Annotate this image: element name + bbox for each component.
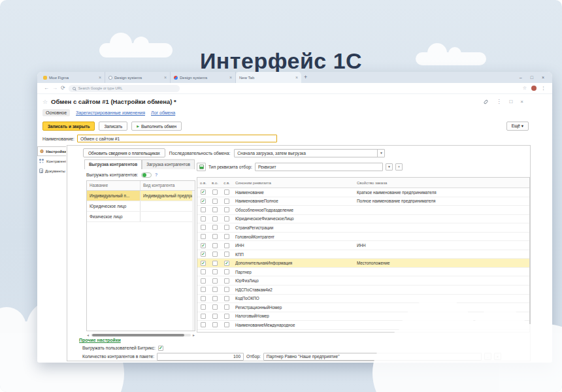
checkbox[interactable] bbox=[224, 225, 229, 230]
checkbox[interactable] bbox=[224, 199, 229, 204]
sidebar-item-settings[interactable]: ⚙Настройки bbox=[37, 146, 66, 156]
checkbox[interactable] bbox=[224, 216, 229, 221]
package-count-input[interactable]: 100 bbox=[157, 353, 244, 361]
app-menu-icon[interactable]: ⋮ bbox=[496, 99, 501, 105]
chevron-down-icon[interactable]: ▼ bbox=[377, 150, 384, 157]
checkbox[interactable] bbox=[212, 216, 218, 221]
bitrix-users-checkbox[interactable] bbox=[158, 346, 163, 351]
forward-icon[interactable]: → bbox=[52, 86, 58, 91]
checkbox[interactable] bbox=[201, 322, 206, 327]
name-field[interactable]: Обмен с сайтом #1 bbox=[77, 135, 277, 142]
sidebar-item-documents[interactable]: Документы bbox=[37, 166, 66, 176]
browser-tab[interactable]: Design systems× bbox=[105, 72, 171, 83]
checkbox[interactable] bbox=[212, 314, 218, 319]
checkbox[interactable] bbox=[201, 314, 206, 319]
tab-close-icon[interactable]: × bbox=[295, 75, 298, 80]
minimize-button[interactable]: – bbox=[520, 75, 522, 80]
checkbox[interactable] bbox=[212, 252, 218, 257]
refresh-icon[interactable]: ⟳ bbox=[61, 86, 65, 91]
browser-tab[interactable]: New Tab× bbox=[236, 72, 301, 83]
other-settings-link[interactable]: Прочие настройки bbox=[79, 338, 121, 342]
table-row[interactable]: ДополнительнаяИнформацияМестоположение bbox=[197, 259, 529, 268]
column-header-sv[interactable]: с.в. bbox=[221, 181, 233, 185]
table-row[interactable]: КПП bbox=[197, 250, 529, 259]
checkbox[interactable] bbox=[224, 252, 229, 257]
link-exchange-log[interactable]: Лог обмена bbox=[151, 110, 175, 115]
table-row[interactable]: Физическое лицо bbox=[87, 212, 195, 222]
checkbox[interactable] bbox=[201, 207, 206, 212]
app-close-icon[interactable]: × bbox=[520, 99, 523, 105]
checkbox[interactable] bbox=[201, 261, 206, 266]
help-link[interactable]: ? bbox=[155, 172, 157, 177]
table-row[interactable]: НаименованиеКраткое наименование предпри… bbox=[197, 188, 529, 197]
tab-main[interactable]: Основное bbox=[42, 109, 70, 116]
checkbox[interactable] bbox=[201, 296, 206, 301]
bookmark-star-icon[interactable]: ☆ bbox=[523, 86, 527, 91]
column-header-order-prop[interactable]: Свойство заказа bbox=[354, 181, 529, 185]
checkbox[interactable] bbox=[224, 269, 229, 274]
checkbox[interactable] bbox=[212, 199, 218, 204]
checkbox[interactable] bbox=[201, 252, 206, 257]
checkbox[interactable] bbox=[201, 287, 206, 292]
checkbox[interactable] bbox=[212, 189, 218, 195]
checkbox[interactable] bbox=[224, 243, 229, 248]
sidebar-item-counterparties[interactable]: Контрагенты bbox=[37, 156, 66, 166]
checkbox[interactable] bbox=[224, 189, 229, 195]
checkbox[interactable] bbox=[201, 199, 206, 204]
checkbox[interactable] bbox=[224, 278, 229, 284]
avatar[interactable] bbox=[531, 86, 537, 91]
horizontal-scrollbar[interactable]: ◄ ► bbox=[86, 333, 195, 337]
checkbox[interactable] bbox=[224, 261, 229, 266]
checkbox[interactable] bbox=[201, 278, 206, 284]
table-row[interactable]: Юридическое лицо bbox=[87, 201, 195, 212]
checkbox[interactable] bbox=[224, 296, 229, 301]
scrollbar-thumb[interactable] bbox=[92, 334, 184, 336]
browser-menu-icon[interactable]: ⋮ bbox=[541, 86, 546, 91]
checkbox[interactable] bbox=[212, 278, 218, 284]
checkbox[interactable] bbox=[224, 287, 229, 292]
tab-close-icon[interactable]: × bbox=[164, 75, 167, 80]
table-row[interactable]: РегистрационныйНомер bbox=[197, 303, 529, 312]
checkbox[interactable] bbox=[224, 207, 229, 212]
checkbox[interactable] bbox=[212, 225, 218, 230]
checkbox[interactable] bbox=[201, 234, 206, 239]
table-row[interactable]: НДСПоСтавкам4и2 bbox=[197, 286, 529, 295]
vertical-scrollbar[interactable] bbox=[192, 191, 195, 331]
browser-tab[interactable]: Мои Figma× bbox=[40, 72, 105, 83]
link-icon[interactable] bbox=[484, 99, 489, 105]
checkbox[interactable] bbox=[224, 322, 229, 327]
tab-close-icon[interactable]: × bbox=[229, 75, 232, 80]
checkbox[interactable] bbox=[212, 243, 218, 248]
table-row[interactable]: КодПоОКПО bbox=[197, 295, 529, 304]
save-button[interactable]: Записать bbox=[99, 122, 127, 131]
tab-unload-counterparties[interactable]: Выгрузка контрагентов bbox=[84, 159, 142, 169]
column-header-synonym[interactable]: Синоним реквизита bbox=[233, 181, 354, 185]
sequence-select[interactable]: Сначала загрузка, затем выгрузка ▼ bbox=[234, 149, 385, 157]
table-row[interactable]: СтранаРегистрации bbox=[197, 223, 529, 233]
column-header-ov[interactable]: о.в. bbox=[197, 181, 209, 185]
app-maximize-icon[interactable]: □ bbox=[509, 99, 512, 105]
column-header-name[interactable]: Название bbox=[87, 181, 140, 190]
checkbox[interactable] bbox=[201, 243, 206, 248]
checkbox[interactable] bbox=[201, 216, 206, 221]
filter-clear-icon[interactable]: × bbox=[395, 163, 403, 171]
checkbox[interactable] bbox=[212, 261, 218, 266]
search-input[interactable]: Search Google or type URL bbox=[69, 85, 180, 92]
checkbox[interactable] bbox=[201, 269, 206, 274]
save-and-close-button[interactable]: Записать и закрыть bbox=[42, 122, 95, 131]
checkbox[interactable] bbox=[224, 314, 229, 319]
table-row[interactable]: НаименованиеПолноеПолное наименование пр… bbox=[197, 197, 529, 206]
browser-tab[interactable]: Design systems× bbox=[171, 72, 236, 83]
scroll-right-icon[interactable]: ► bbox=[192, 334, 195, 337]
table-row[interactable]: Партнер bbox=[197, 268, 529, 277]
table-row[interactable]: ОбособленноеПодразделение bbox=[197, 206, 529, 215]
scroll-left-icon[interactable]: ◄ bbox=[86, 334, 90, 337]
table-row[interactable]: ИННИНН bbox=[197, 241, 529, 250]
back-icon[interactable]: ← bbox=[44, 86, 49, 91]
close-button[interactable]: × bbox=[542, 75, 544, 80]
table-row[interactable]: ЮрФизЛицо bbox=[197, 276, 529, 286]
tab-load-counterparties[interactable]: Загрузка контрагентов bbox=[142, 159, 195, 169]
new-tab-button[interactable]: + bbox=[304, 74, 307, 80]
checkbox[interactable] bbox=[201, 304, 206, 310]
unload-toggle[interactable] bbox=[141, 172, 152, 178]
